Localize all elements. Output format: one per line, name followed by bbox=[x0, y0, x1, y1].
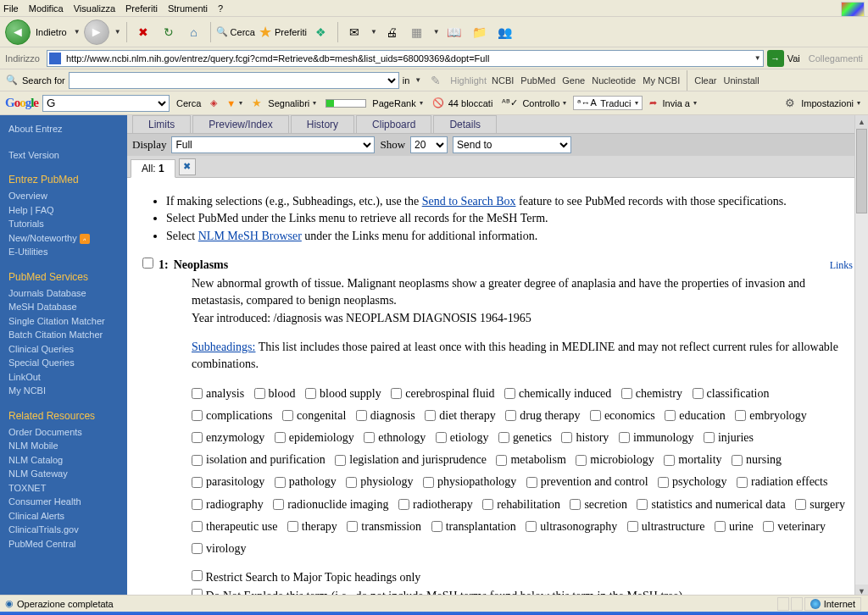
subheading-checkbox[interactable] bbox=[627, 521, 638, 532]
subheading-transmission[interactable]: transmission bbox=[347, 517, 421, 537]
subheading-checkbox[interactable] bbox=[436, 432, 447, 443]
subheading-virology[interactable]: virology bbox=[192, 539, 246, 559]
tab-details[interactable]: Details bbox=[433, 115, 497, 133]
sidebar-order[interactable]: Order Documents bbox=[8, 425, 119, 440]
link-send-searchbox[interactable]: Send to Search Box bbox=[422, 195, 516, 208]
subheading-checkbox[interactable] bbox=[561, 432, 572, 443]
subheading-checkbox[interactable] bbox=[496, 455, 507, 466]
print-button[interactable]: 🖨 bbox=[381, 21, 403, 43]
sidebar-clinicaltrials[interactable]: ClinicalTrials.gov bbox=[8, 523, 119, 537]
forward-button[interactable]: ► bbox=[84, 19, 109, 45]
subheading-checkbox[interactable] bbox=[192, 410, 203, 421]
subheading-checkbox[interactable] bbox=[305, 388, 316, 399]
history-button[interactable]: ❖ bbox=[310, 21, 332, 43]
subheading-checkbox[interactable] bbox=[732, 455, 743, 466]
subheading-prevention-and-control[interactable]: prevention and control bbox=[526, 472, 648, 492]
subheading-enzymology[interactable]: enzymology bbox=[192, 428, 264, 448]
tab-history[interactable]: History bbox=[291, 115, 354, 133]
sidebar-mesh[interactable]: MeSH Database bbox=[8, 300, 119, 314]
pagerank-button[interactable]: PageRank▾ bbox=[323, 97, 425, 110]
messenger-button[interactable]: 👥 bbox=[494, 21, 516, 43]
subheading-chemistry[interactable]: chemistry bbox=[621, 384, 682, 404]
sidebar-about[interactable]: About Entrez bbox=[8, 122, 119, 136]
google-logo[interactable]: Google bbox=[5, 96, 38, 110]
back-button[interactable]: ◄ bbox=[5, 19, 31, 45]
subheading-checkbox[interactable] bbox=[192, 543, 203, 554]
opt-restrict-checkbox[interactable] bbox=[192, 570, 203, 581]
link-ncbi[interactable]: NCBI bbox=[492, 75, 514, 86]
tool-icon[interactable]: ✖ bbox=[179, 158, 196, 175]
subheading-radiotherapy[interactable]: radiotherapy bbox=[398, 495, 473, 515]
subheading-checkbox[interactable] bbox=[795, 499, 806, 510]
favorites-button[interactable]: ★ Preferiti bbox=[259, 23, 307, 42]
sendto-button[interactable]: ➦ Invia a▾ bbox=[647, 96, 699, 110]
subheading-physiopathology[interactable]: physiopathology bbox=[423, 472, 516, 492]
folders-button[interactable]: 📁 bbox=[469, 21, 491, 43]
subheading-checkbox[interactable] bbox=[637, 499, 648, 510]
tab-clipboard[interactable]: Clipboard bbox=[356, 115, 431, 133]
menu-help[interactable]: ? bbox=[218, 3, 223, 14]
subheading-nursing[interactable]: nursing bbox=[732, 450, 782, 470]
mail-button[interactable]: ✉ bbox=[343, 21, 365, 43]
subheading-checkbox[interactable] bbox=[665, 410, 676, 421]
subheading-checkbox[interactable] bbox=[431, 521, 442, 532]
subheading-physiology[interactable]: physiology bbox=[346, 472, 413, 492]
show-select[interactable]: 20 bbox=[410, 136, 448, 153]
subheading-classification[interactable]: classification bbox=[693, 384, 770, 404]
subheading-checkbox[interactable] bbox=[391, 388, 402, 399]
subheading-checkbox[interactable] bbox=[763, 521, 774, 532]
subheading-checkbox[interactable] bbox=[364, 432, 375, 443]
bucket-icon[interactable]: ▼ ▾ bbox=[224, 97, 245, 110]
clear-button[interactable]: Clear bbox=[694, 75, 716, 86]
sidebar-tutorials[interactable]: Tutorials bbox=[8, 217, 119, 231]
subheading-checkbox[interactable] bbox=[192, 499, 203, 510]
subheading-embryology[interactable]: embryology bbox=[735, 406, 807, 426]
subheading-checkbox[interactable] bbox=[346, 477, 357, 488]
display-select[interactable]: Full bbox=[171, 136, 375, 153]
subheading-parasitology[interactable]: parasitology bbox=[192, 472, 264, 492]
subheading-veterinary[interactable]: veterinary bbox=[763, 517, 826, 537]
google-settings-button[interactable]: ⚙ Impostazioni▾ bbox=[782, 95, 863, 111]
subheading-statistics-and-numerical-data[interactable]: statistics and numerical data bbox=[637, 495, 785, 515]
scroll-thumb[interactable] bbox=[856, 129, 867, 213]
popup-blocker-button[interactable]: 🚫 44 bloccati bbox=[430, 96, 496, 110]
subheading-checkbox[interactable] bbox=[664, 455, 675, 466]
subheading-legislation-and-jurisprudence[interactable]: legislation and jurisprudence bbox=[335, 450, 487, 470]
subheading-metabolism[interactable]: metabolism bbox=[496, 450, 565, 470]
subheading-ultrastructure[interactable]: ultrastructure bbox=[627, 517, 705, 537]
subheading-cerebrospinal-fluid[interactable]: cerebrospinal fluid bbox=[391, 384, 494, 404]
sidebar-clinical-queries[interactable]: Clinical Queries bbox=[8, 342, 119, 357]
subheading-checkbox[interactable] bbox=[335, 455, 346, 466]
sidebar-help[interactable]: Help | FAQ bbox=[8, 203, 119, 218]
research-button[interactable]: 📖 bbox=[443, 21, 465, 43]
sidebar-text-version[interactable]: Text Version bbox=[8, 148, 119, 163]
scroll-up-icon[interactable]: ▲ bbox=[855, 115, 868, 129]
subheading-checkbox[interactable] bbox=[192, 521, 203, 532]
news-icon[interactable]: ◈ bbox=[208, 96, 220, 110]
subheading-checkbox[interactable] bbox=[275, 477, 286, 488]
refresh-button[interactable]: ↻ bbox=[158, 21, 180, 43]
subheading-checkbox[interactable] bbox=[570, 499, 581, 510]
subheading-checkbox[interactable] bbox=[398, 499, 409, 510]
subheading-checkbox[interactable] bbox=[526, 521, 537, 532]
subheading-diagnosis[interactable]: diagnosis bbox=[356, 406, 415, 426]
subheading-surgery[interactable]: surgery bbox=[795, 495, 845, 515]
subheading-checkbox[interactable] bbox=[619, 432, 630, 443]
sidebar-linkout[interactable]: LinkOut bbox=[8, 370, 119, 385]
go-button[interactable]: → bbox=[767, 50, 784, 67]
subheading-checkbox[interactable] bbox=[423, 477, 434, 488]
link-myncbi[interactable]: My NCBI bbox=[643, 75, 680, 86]
subheading-psychology[interactable]: psychology bbox=[658, 472, 727, 492]
subheading-checkbox[interactable] bbox=[504, 388, 515, 399]
mail-menu-arrow[interactable]: ▼ bbox=[370, 28, 377, 36]
subheading-immunology[interactable]: immunology bbox=[619, 428, 694, 448]
home-button[interactable]: ⌂ bbox=[183, 21, 205, 43]
subheading-rehabilitation[interactable]: rehabilitation bbox=[482, 495, 560, 515]
subheading-checkbox[interactable] bbox=[737, 477, 748, 488]
sidebar-journals[interactable]: Journals Database bbox=[8, 286, 119, 301]
subheading-checkbox[interactable] bbox=[621, 388, 632, 399]
links-button[interactable]: Collegamenti bbox=[809, 53, 863, 64]
subheading-checkbox[interactable] bbox=[576, 455, 587, 466]
subheading-checkbox[interactable] bbox=[254, 388, 265, 399]
subheading-drug-therapy[interactable]: drug therapy bbox=[505, 406, 580, 426]
